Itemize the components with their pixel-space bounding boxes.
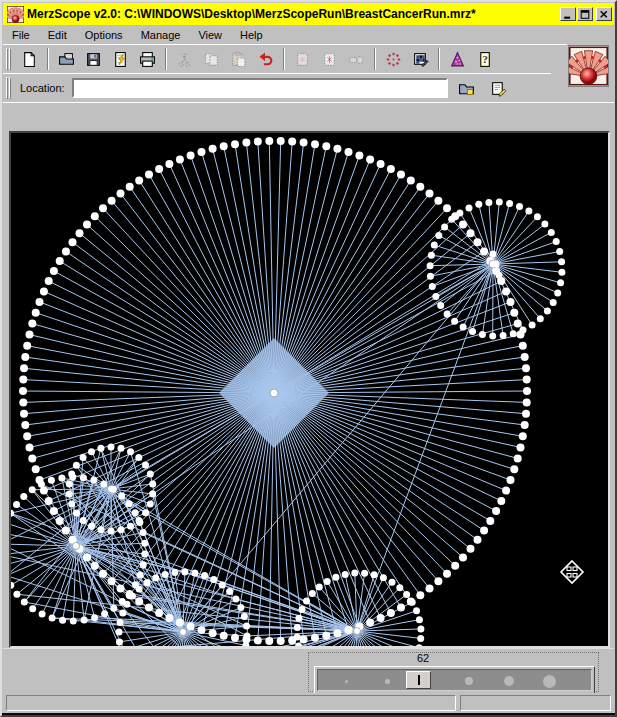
paste-icon [230, 51, 247, 68]
zoom-slider-band: 62 [3, 648, 614, 693]
hub-node[interactable] [270, 389, 278, 397]
main-toolbar: ? [3, 44, 567, 73]
render-map-button[interactable] [407, 47, 434, 72]
open-map-icon [58, 51, 75, 68]
menu-item-options[interactable]: Options [81, 27, 131, 43]
minimize-button[interactable] [560, 7, 576, 21]
menu-item-help[interactable]: Help [236, 27, 271, 43]
mark-map-icon [321, 51, 338, 68]
open-map-button[interactable] [53, 47, 80, 72]
edit-location-button[interactable] [486, 76, 512, 100]
cut-button [171, 47, 198, 72]
app-logo-icon [7, 6, 24, 23]
svg-text:?: ? [482, 54, 487, 65]
toolbar-separator [165, 48, 167, 70]
menu-bar: FileEditOptionsManageViewHelp [3, 25, 614, 44]
undo-icon [257, 51, 274, 68]
menu-item-view[interactable]: View [194, 27, 230, 43]
cut-icon [176, 51, 193, 68]
save-map-button[interactable] [80, 47, 107, 72]
new-document-icon [21, 51, 38, 68]
status-bar [3, 693, 614, 713]
starburst-main-nodes[interactable] [19, 137, 531, 645]
location-toolbar-grip[interactable] [6, 77, 13, 99]
menu-item-manage[interactable]: Manage [137, 27, 189, 43]
maximize-button[interactable] [577, 7, 593, 21]
location-label: Location: [20, 82, 65, 94]
print-map-icon [139, 51, 156, 68]
select-region-icon [294, 51, 311, 68]
browse-folder-button[interactable] [454, 76, 480, 100]
location-input[interactable] [72, 78, 448, 98]
save-map-icon [85, 51, 102, 68]
map-canvas[interactable] [9, 131, 610, 648]
window-controls [560, 7, 612, 21]
toolbar-filler-band [3, 102, 614, 131]
toolbar-grip[interactable] [6, 48, 13, 70]
zoom-value: 62 [403, 652, 443, 664]
pan-move-icon [561, 561, 583, 583]
window-bottom-edge [2, 713, 615, 717]
explode-layout-button[interactable] [380, 47, 407, 72]
slider-thumb[interactable] [406, 671, 431, 689]
edit-wizard-button[interactable] [107, 47, 134, 72]
select-region-button [289, 47, 316, 72]
slider-size-stop[interactable] [345, 680, 348, 683]
merzscope-logo [568, 45, 609, 87]
slider-size-stop[interactable] [504, 676, 514, 686]
print-map-button[interactable] [134, 47, 161, 72]
hub-node[interactable] [180, 629, 187, 636]
explode-layout-icon [385, 51, 402, 68]
menu-item-edit[interactable]: Edit [44, 27, 75, 43]
toolbar-separator [47, 48, 49, 70]
location-toolbar: Location: [3, 73, 551, 102]
edit-wizard-icon [112, 51, 129, 68]
help-button[interactable]: ? [471, 47, 498, 72]
hub-node[interactable] [73, 543, 80, 550]
slider-size-stop[interactable] [543, 675, 556, 688]
help-icon: ? [476, 51, 493, 68]
toolbar-separator [438, 48, 440, 70]
status-message-left [6, 695, 456, 711]
title-bar[interactable]: MerzScope v2.0: C:\WINDOWS\Desktop\MerzS… [3, 3, 614, 25]
zoom-slider-group: 62 [308, 652, 599, 692]
minimize-icon [562, 9, 574, 20]
zoom-slider[interactable] [314, 666, 595, 694]
paste-button [225, 47, 252, 72]
hub-node[interactable] [354, 628, 361, 635]
edit-location-icon [490, 80, 507, 97]
close-button[interactable] [596, 7, 612, 21]
browse-folder-icon [458, 80, 475, 97]
zoom-slider-track[interactable] [317, 669, 592, 691]
map-visualization[interactable] [11, 133, 608, 646]
status-message-right [460, 695, 611, 711]
copy-button [198, 47, 225, 72]
toolbar-separator [374, 48, 376, 70]
map-wizard-icon [449, 51, 466, 68]
drag-hand-icon [348, 51, 365, 68]
slider-size-stop[interactable] [385, 679, 390, 684]
merzscope-window: MerzScope v2.0: C:\WINDOWS\Desktop\MerzS… [0, 0, 617, 717]
location-buttons [448, 76, 512, 100]
map-wizard-button[interactable] [444, 47, 471, 72]
drag-hand-button [343, 47, 370, 72]
toolbar-separator [283, 48, 285, 70]
copy-icon [203, 51, 220, 68]
window-title: MerzScope v2.0: C:\WINDOWS\Desktop\MerzS… [27, 7, 556, 21]
maximize-icon [579, 9, 591, 20]
mark-map-button [316, 47, 343, 72]
slider-size-stop[interactable] [465, 677, 473, 685]
close-icon [598, 9, 610, 20]
menu-item-file[interactable]: File [8, 27, 38, 43]
render-map-icon [412, 51, 429, 68]
undo-button[interactable] [252, 47, 279, 72]
new-document-button[interactable] [16, 47, 43, 72]
